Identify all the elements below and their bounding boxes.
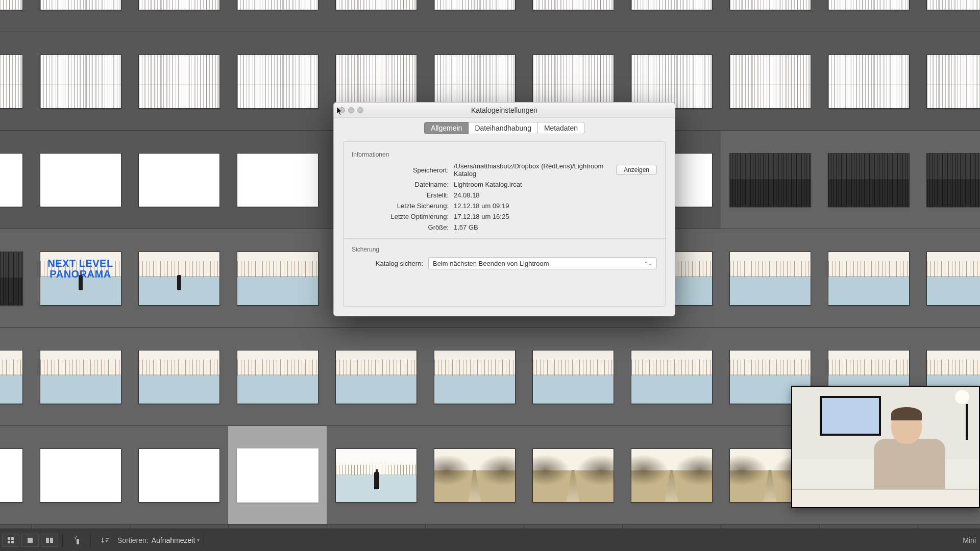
thumbnail-panorama[interactable]: NEXT LEVEL PANORAMA — [31, 229, 130, 328]
lastbackup-label: Letzte Sicherung: — [352, 202, 454, 210]
tab-filehandling[interactable]: Dateihandhabung — [469, 122, 538, 134]
sort-label: Sortieren: — [117, 536, 149, 544]
dialog-title: Katalogeinstellungen — [334, 106, 675, 114]
svg-rect-2 — [8, 541, 10, 543]
thumbnail-size-label: Mini — [963, 536, 976, 544]
view-loupe-button[interactable] — [21, 534, 39, 547]
view-grid-button[interactable] — [2, 534, 19, 547]
section-backup: Sicherung — [352, 246, 657, 253]
location-label: Speicherort: — [352, 166, 454, 174]
svg-rect-3 — [11, 541, 14, 543]
sort-value[interactable]: Aufnahmezeit — [152, 536, 195, 544]
filename-value: Lightroom Katalog.lrcat — [454, 181, 657, 188]
size-value: 1,57 GB — [454, 223, 657, 231]
dialog-titlebar[interactable]: Katalogeinstellungen — [334, 103, 675, 118]
dialog-tabs: Allgemein Dateihandhabung Metadaten — [334, 122, 675, 134]
chevron-updown-icon: ⌃⌄ — [644, 261, 652, 266]
bottom-toolbar: Sortieren: Aufnahmezeit ▾ Mini — [0, 529, 980, 551]
webcam-overlay — [791, 386, 980, 508]
thumbnail-selected[interactable] — [228, 426, 327, 524]
svg-point-10 — [75, 538, 76, 539]
chevron-down-icon: ▾ — [197, 537, 200, 543]
show-button[interactable]: Anzeigen — [616, 165, 657, 175]
spray-tool-button[interactable] — [69, 534, 86, 547]
pano-line2: PANORAMA — [50, 268, 111, 280]
svg-rect-7 — [77, 539, 79, 544]
svg-point-9 — [76, 536, 77, 537]
svg-point-8 — [75, 537, 76, 538]
created-label: Erstellt: — [352, 191, 454, 199]
svg-rect-0 — [8, 537, 10, 540]
section-information: Informationen — [352, 151, 657, 158]
created-value: 24.08.18 — [454, 191, 657, 199]
size-label: Größe: — [352, 223, 454, 231]
lastbackup-value: 12.12.18 um 09:19 — [454, 202, 657, 210]
svg-rect-5 — [46, 538, 49, 543]
backup-label: Katalog sichern: — [352, 260, 428, 267]
svg-rect-6 — [50, 538, 53, 543]
filename-label: Dateiname: — [352, 181, 454, 188]
tab-metadata[interactable]: Metadaten — [538, 122, 584, 134]
location-value: /Users/matthiasbutz/Dropbox (RedLens)/Li… — [454, 162, 616, 178]
lastopt-label: Letzte Optimierung: — [352, 213, 454, 220]
lastopt-value: 17.12.18 um 16:25 — [454, 213, 657, 220]
view-compare-button[interactable] — [41, 534, 58, 547]
pano-line1: NEXT LEVEL — [47, 258, 113, 269]
svg-rect-1 — [11, 537, 14, 540]
tab-general[interactable]: Allgemein — [424, 122, 469, 134]
backup-schedule-select[interactable]: Beim nächsten Beenden von Lightroom ⌃⌄ — [428, 257, 657, 269]
svg-rect-4 — [28, 538, 33, 543]
catalog-settings-dialog: Katalogeinstellungen Allgemein Dateihand… — [333, 102, 675, 316]
sort-direction-button[interactable] — [97, 534, 114, 547]
backup-schedule-value: Beim nächsten Beenden von Lightroom — [433, 260, 549, 267]
